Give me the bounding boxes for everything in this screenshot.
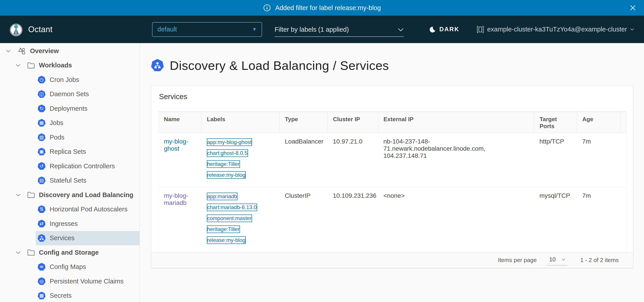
stateful-sets-icon: ▤ — [38, 176, 46, 185]
type-cell: LoadBalancer — [280, 133, 328, 187]
age-cell: 7m — [577, 133, 620, 187]
overview-icon — [18, 47, 26, 55]
daemon-sets-icon: ◫ — [38, 90, 46, 98]
column-header-type[interactable]: Type — [280, 112, 328, 133]
folder-icon — [27, 249, 35, 256]
pagination-footer: Items per page 10 1 - 2 of 2 items — [151, 252, 633, 268]
cluster-select[interactable]: example-cluster-ka3TuTzYo4a@example-clus… — [476, 26, 634, 33]
cluster-ip-cell: 10.97.21.0 — [328, 133, 378, 187]
service-name-cell: my-blog-ghost — [158, 133, 202, 187]
column-header-cluster-ip[interactable]: Cluster IP — [328, 112, 378, 133]
services-icon — [38, 234, 46, 242]
sidebar-group-workloads[interactable]: Workloads — [0, 58, 140, 73]
label-filter-placeholder: Filter by labels (1 applied) — [274, 26, 349, 33]
sidebar-item-replication-controllers[interactable]: ↺ Replication Controllers — [36, 159, 140, 173]
config-maps-icon: ≡ — [38, 263, 46, 271]
chevron-down-icon[interactable] — [16, 251, 20, 254]
column-header-age[interactable]: Age — [577, 112, 620, 133]
label-badge[interactable]: chart:ghost-8.0.5 — [207, 149, 248, 157]
folder-icon — [27, 62, 35, 69]
services-card: Services Name Labels Type Cluster IP Ext… — [151, 86, 633, 268]
service-name-cell: my-blog-mariadb — [158, 187, 202, 252]
chevron-down-icon — [562, 258, 566, 261]
sidebar-item-secrets[interactable]: ▩ Secrets — [36, 289, 140, 302]
label-badge[interactable]: component:master — [207, 214, 252, 222]
label-badge[interactable]: release:my-blog — [207, 171, 246, 179]
label-badge[interactable]: heritage:Tiller — [207, 160, 240, 168]
table-row: my-blog-ghost app:my-blog-ghost chart:gh… — [158, 133, 626, 187]
sidebar-item-persistent-volume-claims[interactable]: ◎ Persistent Volume Claims — [36, 274, 140, 289]
deployments-icon: ↻ — [38, 105, 46, 113]
column-header-name[interactable]: Name — [158, 112, 202, 133]
ingresses-icon: ⇄ — [38, 220, 46, 228]
chevron-down-icon[interactable] — [16, 64, 20, 67]
label-filter-input[interactable]: Filter by labels (1 applied) — [274, 26, 404, 37]
app-header: Octant default ▼ Filter by labels (1 app… — [0, 16, 644, 43]
external-ip-cell: nb-104-237-148-71.newark.nodebalancer.li… — [378, 133, 534, 187]
service-link[interactable]: my-blog-mariadb — [164, 192, 188, 206]
sidebar-item-pods[interactable]: ▧ Pods — [36, 130, 140, 145]
label-badge[interactable]: heritage:Tiller — [207, 225, 240, 233]
sidebar-item-cron-jobs[interactable]: ◷ Cron Jobs — [36, 73, 140, 87]
theme-toggle-label: DARK — [440, 26, 460, 33]
target-ports-cell: http/TCP — [534, 133, 577, 187]
target-ports-cell: mysql/TCP — [534, 187, 577, 252]
sidebar-item-horizontal-pod-autoscalers[interactable]: ⇅ Horizontal Pod Autoscalers — [36, 202, 140, 217]
cluster-icon — [476, 26, 484, 33]
row-spacer — [620, 133, 626, 187]
page-title-row: Discovery & Load Balancing / Services — [151, 57, 634, 74]
sidebar-group-discovery-load-balancing[interactable]: Discovery and Load Balancing — [0, 188, 140, 202]
cluster-ip-cell: 10.109.231.236 — [328, 187, 378, 252]
sidebar-item-deployments[interactable]: ↻ Deployments — [36, 101, 140, 116]
sidebar-item-jobs[interactable]: ▦ Jobs — [36, 116, 140, 130]
page-size-value: 10 — [549, 256, 556, 263]
chevron-down-icon[interactable] — [16, 193, 20, 196]
caret-down-icon: ▼ — [252, 27, 257, 32]
main-content: Discovery & Load Balancing / Services Se… — [140, 43, 644, 302]
close-icon — [629, 4, 636, 11]
sidebar-item-ingresses[interactable]: ⇄ Ingresses — [36, 216, 140, 231]
sidebar-item-daemon-sets[interactable]: ◫ Daemon Sets — [36, 87, 140, 102]
jobs-icon: ▦ — [38, 119, 46, 127]
label-badge[interactable]: app:my-blog-ghost — [207, 138, 252, 146]
replication-controllers-icon: ↺ — [38, 162, 46, 170]
app-title: Octant — [28, 25, 52, 34]
close-alert-button[interactable] — [629, 4, 636, 11]
column-header-labels[interactable]: Labels — [202, 112, 280, 133]
info-icon — [263, 4, 271, 12]
service-link[interactable]: my-blog-ghost — [164, 138, 188, 152]
column-header-external-ip[interactable]: External IP — [378, 112, 534, 133]
sidebar-item-replica-sets[interactable]: ▣ Replica Sets — [36, 145, 140, 159]
label-badge[interactable]: chart:mariadb-6.13.0 — [207, 204, 257, 211]
sidebar-item-stateful-sets[interactable]: ▤ Stateful Sets — [36, 173, 140, 188]
sidebar-group-config-and-storage[interactable]: Config and Storage — [0, 245, 140, 260]
sidebar-item-config-maps[interactable]: ≡ Config Maps — [36, 260, 140, 274]
table-header-spacer — [620, 112, 626, 133]
moon-icon — [429, 26, 436, 33]
theme-toggle-button[interactable]: DARK — [429, 26, 460, 33]
chevron-down-icon[interactable] — [6, 50, 11, 52]
page-title: Discovery & Load Balancing / Services — [170, 58, 389, 73]
card-title: Services — [151, 86, 633, 101]
labels-cell: app:mariadb chart:mariadb-6.13.0 compone… — [202, 187, 280, 252]
age-cell: 7m — [577, 187, 620, 252]
external-ip-cell: <none> — [378, 187, 534, 252]
octant-logo-icon — [9, 22, 23, 37]
services-icon — [151, 59, 164, 72]
alert-message: Added filter for label release:my-blog — [275, 4, 381, 12]
column-header-target-ports[interactable]: Target Ports — [534, 112, 577, 133]
namespace-value: default — [158, 26, 177, 33]
page-size-select[interactable]: 10 — [546, 255, 567, 265]
folder-icon — [27, 191, 35, 198]
namespace-select[interactable]: default ▼ — [152, 22, 262, 37]
sidebar-nav: Overview Workloads ◷ Cron Jobs ◫ Daemon … — [0, 43, 140, 302]
cluster-value: example-cluster-ka3TuTzYo4a@example-clus… — [487, 26, 627, 33]
row-spacer — [620, 187, 626, 252]
label-badge[interactable]: release:my-blog — [207, 236, 246, 244]
app-logo-area[interactable]: Octant — [9, 22, 54, 37]
replica-sets-icon: ▣ — [38, 148, 46, 156]
sidebar-item-services[interactable]: Services — [36, 231, 140, 246]
sidebar-item-overview[interactable]: Overview — [0, 44, 140, 58]
label-badge[interactable]: app:mariadb — [207, 193, 238, 200]
pods-icon: ▧ — [38, 133, 46, 141]
